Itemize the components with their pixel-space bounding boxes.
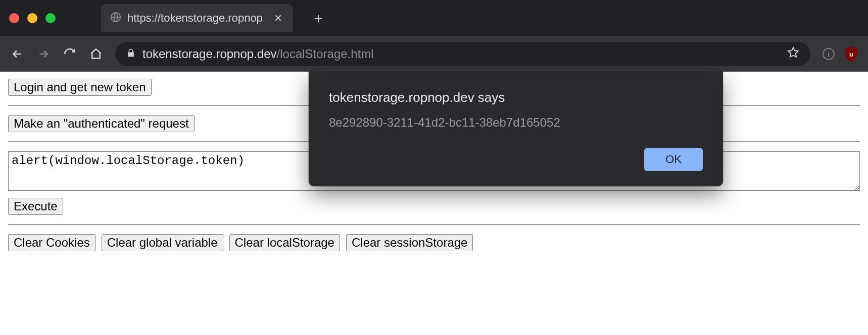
alert-actions: OK [329,148,703,171]
clear-cookies-button[interactable]: Clear Cookies [8,234,95,251]
reload-button[interactable] [63,47,77,61]
auth-request-button[interactable]: Make an "authenticated" request [8,115,195,132]
globe-icon [110,12,121,25]
url-text: tokenstorage.ropnop.dev/localStorage.htm… [142,47,374,61]
clear-sessionstorage-button[interactable]: Clear sessionStorage [346,234,473,251]
maximize-window-button[interactable] [45,13,56,23]
info-icon[interactable]: i [823,48,835,60]
clear-buttons-row: Clear Cookies Clear global variable Clea… [8,234,860,251]
close-tab-icon[interactable]: ✕ [274,12,282,24]
clear-global-button[interactable]: Clear global variable [102,234,223,251]
alert-dialog: tokenstorage.ropnop.dev says 8e292890-32… [309,72,723,186]
window-controls [9,13,56,23]
ublock-shield-icon[interactable]: u [845,46,858,62]
login-button[interactable]: Login and get new token [8,79,152,96]
minimize-window-button[interactable] [27,13,37,23]
lock-icon [126,47,135,61]
address-bar[interactable]: tokenstorage.ropnop.dev/localStorage.htm… [115,42,810,66]
new-tab-button[interactable]: ＋ [311,9,325,28]
close-window-button[interactable] [9,13,19,23]
alert-message: 8e292890-3211-41d2-bc11-38eb7d165052 [329,116,703,130]
bookmark-star-icon[interactable] [787,46,799,62]
browser-chrome: https://tokenstorage.ropnop.de ✕ ＋ token… [0,0,868,72]
tab-strip: https://tokenstorage.ropnop.de ✕ ＋ [0,0,868,36]
alert-title: tokenstorage.ropnop.dev says [329,90,703,105]
extension-icons: i u [823,46,858,62]
alert-ok-button[interactable]: OK [644,148,703,171]
browser-toolbar: tokenstorage.ropnop.dev/localStorage.htm… [0,36,868,72]
back-button[interactable] [10,47,24,61]
browser-tab[interactable]: https://tokenstorage.ropnop.de ✕ [101,4,293,32]
clear-localstorage-button[interactable]: Clear localStorage [229,234,340,251]
svg-text:u: u [849,50,853,58]
tab-title: https://tokenstorage.ropnop.de [127,12,264,25]
url-path: /localStorage.html [277,47,374,61]
url-domain: tokenstorage.ropnop.dev [142,47,277,61]
execute-button[interactable]: Execute [8,198,63,215]
forward-button[interactable] [36,47,51,61]
divider [8,224,860,225]
home-button[interactable] [89,47,103,61]
